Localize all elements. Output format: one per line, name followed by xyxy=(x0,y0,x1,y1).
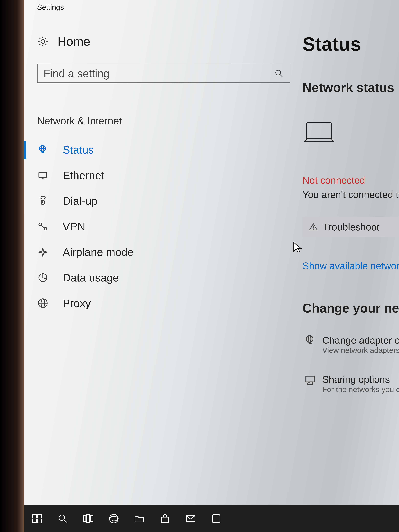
nav-item-ethernet[interactable]: Ethernet xyxy=(24,163,299,188)
nav-item-vpn[interactable]: VPN xyxy=(24,214,299,239)
taskbar-app-button[interactable] xyxy=(203,505,229,532)
troubleshoot-button[interactable]: Troubleshoot xyxy=(303,217,399,237)
nav-label: VPN xyxy=(63,220,85,233)
nav-item-status[interactable]: Status xyxy=(24,137,299,163)
laptop-icon xyxy=(299,95,399,145)
edge-button[interactable] xyxy=(101,505,127,532)
screen-bezel-left xyxy=(0,0,24,532)
mouse-cursor xyxy=(293,241,304,255)
home-button[interactable]: Home xyxy=(24,27,299,56)
taskbar xyxy=(24,505,399,532)
settings-window: Settings Home Network & Internet Stat xyxy=(24,0,399,505)
gear-icon xyxy=(37,36,49,47)
file-explorer-button[interactable] xyxy=(127,505,152,532)
share-icon xyxy=(304,374,316,385)
search-icon xyxy=(273,68,285,79)
globe-monitor-icon xyxy=(37,144,49,156)
nav-item-airplane[interactable]: Airplane mode xyxy=(24,239,299,265)
globe-monitor-icon xyxy=(304,335,316,346)
option-sub: For the networks you connect to, decide … xyxy=(322,385,399,394)
show-available-networks-link[interactable]: Show available networks xyxy=(299,237,399,271)
change-settings-heading: Change your network settings xyxy=(299,271,399,316)
nav-label: Data usage xyxy=(63,271,119,284)
window-title: Settings xyxy=(24,0,399,11)
nav-item-datausage[interactable]: Data usage xyxy=(24,265,299,291)
not-connected-body: You aren't connected to any networks. xyxy=(299,186,399,200)
monitor-icon xyxy=(37,170,49,181)
troubleshoot-label: Troubleshoot xyxy=(323,222,379,233)
taskbar-search-button[interactable] xyxy=(50,505,76,532)
nav-label: Proxy xyxy=(63,297,91,310)
search-box[interactable] xyxy=(37,64,290,83)
home-label: Home xyxy=(57,34,90,49)
nav-label: Dial-up xyxy=(63,195,97,207)
settings-sidebar: Home Network & Internet Status Ethernet xyxy=(24,11,299,517)
warning-icon xyxy=(308,221,319,233)
nav-list: Status Ethernet Dial-up VPN Airplane mod… xyxy=(24,137,299,316)
category-heading: Network & Internet xyxy=(24,83,299,137)
option-title: Sharing options xyxy=(322,374,399,385)
option-sub: View network adapters and change connect… xyxy=(322,346,399,355)
pie-icon xyxy=(37,272,49,283)
task-view-button[interactable] xyxy=(76,505,101,532)
main-content: Status Network status Not connected You … xyxy=(299,11,399,517)
not-connected-label: Not connected xyxy=(299,145,399,186)
search-input[interactable] xyxy=(43,67,261,80)
nav-item-proxy[interactable]: Proxy xyxy=(24,291,299,316)
change-adapter-option[interactable]: Change adapter options View network adap… xyxy=(299,316,399,355)
nav-item-dialup[interactable]: Dial-up xyxy=(24,188,299,214)
nav-label: Status xyxy=(63,144,94,156)
page-title: Status xyxy=(299,27,399,55)
mail-button[interactable] xyxy=(178,505,203,532)
vpn-icon xyxy=(37,221,49,232)
store-button[interactable] xyxy=(152,505,178,532)
option-title: Change adapter options xyxy=(322,335,399,346)
nav-label: Ethernet xyxy=(63,169,104,182)
start-button[interactable] xyxy=(24,505,50,532)
sharing-option[interactable]: Sharing options For the networks you con… xyxy=(299,355,399,394)
airplane-icon xyxy=(37,246,49,258)
globe-icon xyxy=(37,298,49,309)
network-status-heading: Network status xyxy=(299,55,399,95)
phone-icon xyxy=(37,195,49,207)
nav-label: Airplane mode xyxy=(63,246,134,259)
